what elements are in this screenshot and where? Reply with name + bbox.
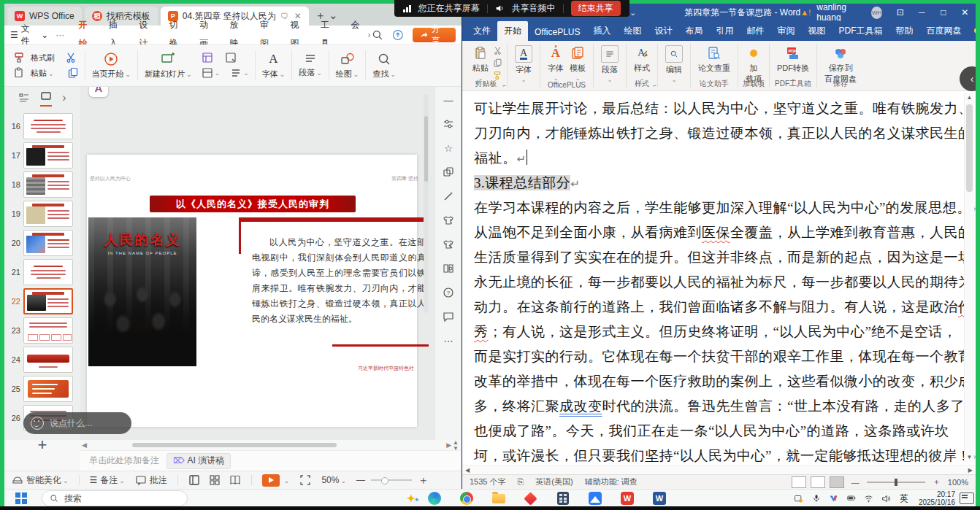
maximize-button[interactable]: □ <box>933 4 954 21</box>
slide-thumbnail-row[interactable]: 21 <box>4 258 80 287</box>
word-tab[interactable]: OfficePLUS <box>528 23 586 41</box>
start-button[interactable] <box>13 490 29 506</box>
word-tab[interactable]: 绘图 <box>617 21 648 41</box>
paper-check-button[interactable]: 论文查重 <box>695 44 733 74</box>
chrome-icon[interactable] <box>459 490 475 506</box>
resources-star-icon[interactable]: ☆ <box>443 142 454 154</box>
diamond-app-icon[interactable] <box>523 490 539 506</box>
document-scrollbar[interactable]: ▲ ▼ <box>964 93 974 462</box>
movie-poster-image[interactable]: 人民的名义 IN THE NAME OF PEOPLE <box>88 217 196 366</box>
wps-taskbar-icon[interactable]: W <box>619 490 635 506</box>
taskbar-search[interactable]: 搜索 <box>42 490 188 506</box>
slide-canvas[interactable]: A 坚持以人民为中心 第四章 坚持 以《人民的名义》接受人民的审判 人民的名义 … <box>80 87 435 440</box>
comments-toggle-button[interactable]: 批注 <box>135 474 167 487</box>
copy-icon[interactable] <box>493 58 502 68</box>
wifi-icon[interactable] <box>860 490 878 506</box>
more-commands[interactable]: ··· <box>55 30 64 40</box>
play-from-current-button[interactable]: 当页开始 <box>87 47 137 83</box>
account-name[interactable]: wanling huang <box>816 4 865 23</box>
meeting-app-icon[interactable] <box>587 490 603 506</box>
word-count[interactable]: 1535 个字 <box>470 476 506 487</box>
zoom-out-button[interactable]: — <box>356 475 365 485</box>
slide-thumbnail[interactable] <box>23 376 73 402</box>
cut-icon[interactable] <box>493 46 502 55</box>
slideshow-play-button[interactable] <box>262 474 280 487</box>
tray-app-icon[interactable] <box>790 490 808 506</box>
minimize-button[interactable]: ─ <box>911 4 933 21</box>
layout-icon[interactable] <box>202 52 213 63</box>
editing-menu-button[interactable]: 编辑⌄ <box>662 44 686 86</box>
collapse-rail-icon[interactable]: — <box>443 94 454 106</box>
word-tab[interactable]: 邮件 <box>740 21 770 41</box>
word-tab[interactable]: 布局 <box>678 21 709 41</box>
word-tab[interactable]: 设计 <box>648 21 678 41</box>
slide-sorter-view-icon[interactable] <box>209 474 221 486</box>
taskbar-clock[interactable]: 20:17 2025/10/16 <box>919 490 955 506</box>
comment-bubble-icon[interactable] <box>443 311 454 322</box>
zoom-in-button[interactable]: ＋ <box>418 474 429 487</box>
word-tab[interactable]: 帮助 <box>889 21 919 41</box>
scroll-down-arrow[interactable]: ▼ <box>965 454 974 460</box>
slide-thumbnail[interactable] <box>23 113 73 139</box>
notes-placeholder[interactable]: 单击此处添加备注 <box>89 455 159 467</box>
reading-view-icon[interactable] <box>229 474 241 486</box>
menu-overflow-chevron[interactable]: › <box>366 30 372 40</box>
edge-icon[interactable] <box>426 490 443 506</box>
word-tab[interactable]: 审阅 <box>770 21 801 41</box>
switch-shapes-icon[interactable] <box>443 166 454 178</box>
word-tab[interactable]: 开始 <box>497 21 528 41</box>
web-layout-button[interactable] <box>830 476 844 488</box>
print-layout-button[interactable] <box>811 476 825 488</box>
slide-view-icon[interactable] <box>40 90 52 102</box>
calculator-icon[interactable] <box>555 490 571 506</box>
slide-thumbnail-row[interactable]: 23 <box>4 316 80 345</box>
word-tab[interactable]: 告诉我 <box>968 21 976 41</box>
scroll-left-arrow[interactable]: ◀ <box>80 441 88 449</box>
scroll-right-arrow[interactable]: ▶ <box>445 441 453 449</box>
zoom-in-button[interactable]: ＋ <box>933 476 941 487</box>
paragraph-menu-button[interactable]: 段落⌄ <box>598 44 621 86</box>
zoom-slider[interactable] <box>371 479 412 481</box>
zoom-out-button[interactable]: — <box>851 478 860 487</box>
notes-bar[interactable]: 单击此处添加备注 ⌦ AI 演讲稿 <box>80 450 462 471</box>
zoom-level-button[interactable]: 50% <box>321 475 346 485</box>
format-painter-button[interactable]: 格式刷 <box>13 52 79 63</box>
cut-icon[interactable] <box>65 52 77 63</box>
slide-thumbnail-row[interactable]: 22 <box>4 287 80 316</box>
zoom-slider[interactable] <box>867 482 925 483</box>
word-tab[interactable]: 引用 <box>709 21 740 41</box>
object-properties-icon[interactable] <box>443 118 454 130</box>
word-taskbar-icon[interactable]: W <box>651 490 667 506</box>
officeplus-font-button[interactable]: A̓ 字体⌄ <box>545 44 567 85</box>
slide-thumbnail[interactable] <box>23 230 73 256</box>
hscroll-left-arrow[interactable]: ◀ <box>465 467 470 474</box>
volume-icon[interactable] <box>878 490 895 506</box>
paste-button[interactable]: 粘贴 <box>13 67 79 79</box>
ribbon-display-options-button[interactable]: ⊡ <box>889 4 911 21</box>
word-tab[interactable]: PDF工具箱 <box>832 21 889 41</box>
account-avatar[interactable]: WH <box>871 7 882 19</box>
qat-customize-icon[interactable]: ⌄ <box>629 8 636 18</box>
file-explorer-icon[interactable] <box>491 490 507 506</box>
expand-panel-icon[interactable]: › <box>62 91 66 104</box>
slide-thumbnail[interactable] <box>23 201 73 227</box>
smart-beautify-button[interactable]: 智能美化 <box>12 474 69 487</box>
more-tools-icon[interactable]: ⋯ <box>443 335 454 347</box>
ai-assistant-button[interactable]: A <box>89 87 108 97</box>
reference-book-icon[interactable] <box>443 263 454 274</box>
stop-sharing-button[interactable]: 结束共享 <box>571 1 621 16</box>
paragraph-menu-button[interactable]: 段落 <box>294 47 327 83</box>
read-mode-button[interactable] <box>792 476 806 488</box>
notification-center-icon[interactable] <box>960 492 974 504</box>
zoom-percentage[interactable]: 100% <box>948 478 968 487</box>
word-tab[interactable]: 百度网盘 <box>919 21 968 41</box>
microphone-icon[interactable] <box>808 490 825 506</box>
accessibility-status[interactable]: 辅助功能: 调查 <box>585 476 638 487</box>
font-menu-button[interactable]: A 字体 <box>257 47 291 83</box>
search-icon[interactable] <box>372 29 383 41</box>
word-document-area[interactable]: 可让学生展开讨论，最后总结：以人民为中心，坚守道义之重。唯有铁腕发力、刀刃向内，… <box>462 91 976 463</box>
slide-text-panel[interactable]: 以人民为中心，坚守道义之重。在这部电视剧中，我们深刻体会到人民即道义的真谛，感受… <box>239 217 429 349</box>
officeplus-template-button[interactable]: 模板⌄ <box>567 44 589 85</box>
slide-thumbnail-row[interactable]: 17 <box>4 141 80 170</box>
warning-icon[interactable]: ▲! <box>800 8 811 17</box>
